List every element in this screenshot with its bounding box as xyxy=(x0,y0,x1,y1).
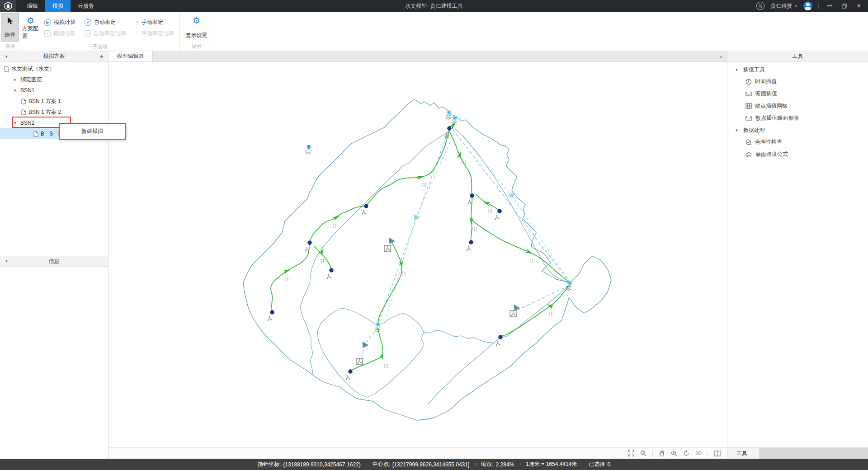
select-tool-button[interactable]: 选择 xyxy=(1,13,19,42)
tree-item-bsn1-plan2[interactable]: BSN 1 方案 2 xyxy=(0,107,108,118)
pan-hand-icon xyxy=(659,450,665,456)
tool-label: 散点插值断面形状 xyxy=(755,114,799,122)
performance-icon[interactable]: ⇅ xyxy=(756,2,764,10)
selection-count-value: 0 xyxy=(607,461,610,468)
tool-label: 暴雨强度公式 xyxy=(755,150,788,158)
center-point: 中心点: [13217999.8626,3414655.0431] xyxy=(367,461,476,468)
map-canvas[interactable] xyxy=(108,62,727,447)
simulation-plan-panel: ▾ 模拟方案 + 水文测试（水文） ▸ 绑定图层 ▾ BSN1 BSN 1 方案… xyxy=(0,51,108,459)
group-label: 数据处理 xyxy=(743,127,765,134)
manual-calib-label: 手动率定 xyxy=(142,19,163,26)
tree-item-project[interactable]: 水文测试（水文） xyxy=(0,63,108,74)
tree-item-bsn1-plan1[interactable]: BSN 1 方案 1 xyxy=(0,96,108,107)
group-interp-tools[interactable]: ▾ 插值工具 xyxy=(727,64,868,75)
info-panel-title: 信息 xyxy=(0,258,108,265)
caret-down-icon[interactable]: ▾ xyxy=(14,88,18,93)
tool-time-interp[interactable]: 时间插值 xyxy=(727,75,868,88)
pointer-coords-value: (13188189.9310,3425467.1622) xyxy=(283,461,361,468)
tool-scatter-grid[interactable]: 散点插值网格 xyxy=(727,100,868,112)
collapse-caret-icon[interactable]: ▾ xyxy=(5,54,8,59)
group-label-display: 显示 xyxy=(180,42,213,51)
caret-down-icon: ▾ xyxy=(736,128,740,132)
restore-icon xyxy=(842,4,847,9)
check-circle-icon xyxy=(745,139,752,146)
split-view-icon xyxy=(714,451,721,456)
watershed-boundaries xyxy=(243,99,611,420)
tool-storm-formula[interactable]: 暴雨强度公式 xyxy=(727,148,868,160)
close-button[interactable]: × xyxy=(854,2,863,10)
bottom-bar-strip xyxy=(759,448,868,459)
watershed-map xyxy=(108,62,726,447)
plan-config-button[interactable]: ⚙ 方案配置 xyxy=(21,13,40,42)
selection-count: 已选择 0 xyxy=(583,461,616,468)
zoom-label: 缩放: xyxy=(481,461,493,468)
inner-boundary-south xyxy=(317,308,424,397)
mode-2d-button[interactable]: 2D xyxy=(695,451,702,456)
a-circle-icon: A xyxy=(85,19,91,26)
collapse-caret-icon[interactable]: ▾ xyxy=(5,259,8,263)
add-plan-button[interactable]: + xyxy=(99,52,104,60)
caret-right-icon[interactable]: ▸ xyxy=(14,77,18,82)
tree-item-label: BSN1 xyxy=(20,87,34,94)
clock-icon xyxy=(745,79,752,85)
gauge-hashes xyxy=(286,135,553,368)
split-view-button[interactable] xyxy=(714,451,721,456)
tabstrip-chevron-icon[interactable]: ∨ xyxy=(719,51,722,62)
caret-down-icon: ▾ xyxy=(736,67,740,72)
hand-icon: ☝ xyxy=(135,30,139,37)
auto-calib-result-label: 自动率定结果 xyxy=(94,30,126,38)
titlebar-divider xyxy=(818,3,819,9)
tool-sanity-check[interactable]: 合理性检查 xyxy=(727,136,868,148)
tree-item-bound-layer[interactable]: ▸ 绑定图层 xyxy=(0,74,108,85)
inner-boundary-se xyxy=(428,285,570,404)
tree-item-label: BSN 1 方案 2 xyxy=(28,108,61,116)
group-data-processing[interactable]: ▾ 数据处理 xyxy=(727,124,868,136)
group-label-subbasin: 子流域 xyxy=(20,42,179,51)
map-scale: 1厘米 = 1654.4414米 xyxy=(520,461,583,468)
a-square-icon: A xyxy=(85,30,91,37)
app-logo[interactable] xyxy=(0,0,16,12)
fullscreen-icon xyxy=(628,450,634,456)
tool-scatter-section-shape[interactable]: 散点插值断面形状 xyxy=(727,112,868,124)
company-dropdown[interactable]: 贵仁科技 ∨ xyxy=(770,2,797,10)
restore-button[interactable] xyxy=(840,4,849,9)
sim-result-button: ✓ 模拟结果 xyxy=(44,30,75,38)
company-name: 贵仁科技 xyxy=(770,2,792,10)
tool-section-interp[interactable]: 断面插值 xyxy=(727,88,868,100)
center-point-label: 中心点: xyxy=(373,461,390,468)
tab-cloud[interactable]: 云服务 xyxy=(71,0,101,12)
play-circle-icon: ▶ xyxy=(44,19,51,26)
user-avatar[interactable] xyxy=(803,1,812,10)
sim-calc-button[interactable]: ▶ 模拟计算 xyxy=(44,19,75,26)
tools-bottom-tab[interactable]: 工具 xyxy=(727,448,756,459)
auto-calib-button[interactable]: A 自动率定 xyxy=(85,19,126,26)
fit-extent-button[interactable] xyxy=(628,450,634,456)
tab-edit[interactable]: 编辑 xyxy=(20,0,45,12)
manual-calib-button[interactable]: ☝ 手动率定 xyxy=(135,19,174,26)
statusbar: 指针坐标: (13188189.9310,3425467.1622) 中心点: … xyxy=(0,459,868,470)
ribbon: 选择 选择 ⚙ 方案配置 ▶ 模拟计算 ✓ 模拟结果 xyxy=(0,12,868,51)
display-settings-button[interactable]: ⚙ 显示设置 xyxy=(182,13,212,42)
zoom-in-icon xyxy=(671,450,677,456)
pointer-coords: 指针坐标: (13188189.9310,3425467.1622) xyxy=(252,461,367,468)
tree-item-bsn1[interactable]: ▾ BSN1 xyxy=(0,85,108,96)
check-square-icon: ✓ xyxy=(44,30,51,37)
zoom-window-button[interactable] xyxy=(640,450,646,456)
menu-tabs: 编辑 模拟 云服务 xyxy=(20,0,101,12)
zoom-in-button[interactable] xyxy=(671,450,677,456)
editor-tabstrip: 模型编辑器 ∨ xyxy=(108,51,727,62)
pan-button[interactable] xyxy=(659,450,665,456)
refresh-icon xyxy=(683,450,689,456)
tools-bottom-bar: 工具 xyxy=(727,447,868,459)
tab-simulate[interactable]: 模拟 xyxy=(45,0,71,12)
sim-calc-label: 模拟计算 xyxy=(54,19,75,26)
zoom-level: 缩放: 2.284% xyxy=(475,461,520,468)
minimize-button[interactable] xyxy=(825,5,834,6)
manual-calib-result-label: 手动率定结果 xyxy=(142,30,174,38)
menu-item-new-simulation[interactable]: 新建模拟 xyxy=(81,127,103,135)
rain-cloud-icon xyxy=(745,151,752,158)
rain-gauge-marker xyxy=(305,145,311,154)
refresh-button[interactable] xyxy=(683,450,689,456)
hand-icon: ☝ xyxy=(135,19,139,26)
tab-model-editor[interactable]: 模型编辑器 xyxy=(108,51,153,61)
